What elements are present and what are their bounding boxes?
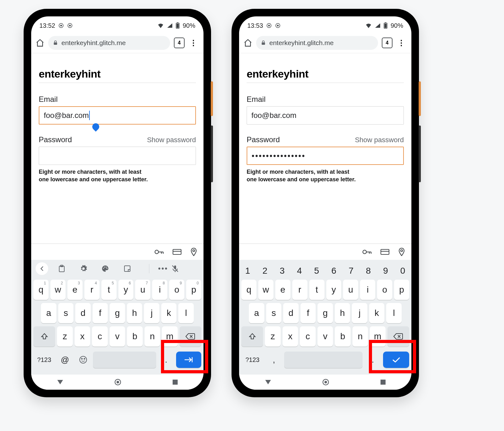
key-i[interactable]: i bbox=[360, 280, 375, 300]
key-q[interactable]: q bbox=[241, 280, 256, 300]
more-icon[interactable]: ••• bbox=[160, 265, 166, 273]
enter-key-done[interactable] bbox=[383, 352, 409, 368]
key-i[interactable]: i8 bbox=[152, 280, 167, 300]
key-b[interactable]: b bbox=[127, 326, 142, 347]
key-n[interactable]: n bbox=[145, 326, 160, 347]
home-icon[interactable] bbox=[243, 38, 252, 47]
nav-recents-icon[interactable] bbox=[380, 379, 386, 385]
power-button[interactable] bbox=[211, 81, 213, 116]
nav-home-icon[interactable] bbox=[114, 379, 121, 386]
tabs-button[interactable]: 4 bbox=[174, 38, 185, 48]
key-7[interactable]: 7 bbox=[343, 261, 359, 281]
key-o[interactable]: o bbox=[377, 280, 392, 300]
period-key[interactable]: . bbox=[364, 350, 381, 370]
key-r[interactable]: r bbox=[292, 280, 307, 300]
key-m[interactable]: m bbox=[162, 326, 177, 347]
key-y[interactable]: y6 bbox=[118, 280, 134, 300]
key-l[interactable]: l bbox=[386, 303, 402, 323]
password-field[interactable]: ••••••••••••••• bbox=[247, 147, 404, 165]
email-field[interactable]: foo@bar.com bbox=[247, 106, 404, 125]
key-h[interactable]: h bbox=[335, 303, 350, 323]
password-field[interactable] bbox=[39, 147, 196, 165]
key-n[interactable]: n bbox=[352, 326, 368, 347]
card-icon[interactable] bbox=[173, 248, 181, 255]
key-t[interactable]: t bbox=[309, 280, 324, 300]
caret-handle-icon[interactable] bbox=[91, 122, 100, 131]
gear-icon[interactable] bbox=[72, 265, 94, 272]
key-s[interactable]: s bbox=[266, 303, 282, 323]
tabs-button[interactable]: 4 bbox=[382, 38, 392, 48]
key-4[interactable]: 4 bbox=[292, 261, 307, 281]
key-m[interactable]: m bbox=[370, 326, 385, 347]
key-x[interactable]: x bbox=[283, 326, 298, 347]
key-j[interactable]: j bbox=[352, 303, 367, 323]
symbols-key[interactable]: ?123 bbox=[33, 350, 55, 370]
keyboard[interactable]: q1 w2 e3 r4 t5 y6 u7 i8 o9 p0 a s d f bbox=[31, 277, 203, 375]
shift-key[interactable] bbox=[33, 326, 55, 347]
nav-back-icon[interactable] bbox=[57, 379, 64, 385]
home-icon[interactable] bbox=[36, 38, 44, 47]
key-e[interactable]: e bbox=[275, 280, 290, 300]
key-0[interactable]: 0 bbox=[395, 261, 410, 281]
key-a[interactable]: a bbox=[41, 303, 56, 323]
key-3[interactable]: 3 bbox=[274, 261, 290, 281]
address-bar[interactable]: enterkeyhint.glitch.me bbox=[48, 36, 170, 50]
key-e[interactable]: e3 bbox=[67, 280, 83, 300]
location-icon[interactable] bbox=[398, 248, 405, 256]
keyboard-back-button[interactable] bbox=[33, 262, 51, 275]
key-k[interactable]: k bbox=[161, 303, 177, 323]
key-8[interactable]: 8 bbox=[361, 261, 376, 281]
space-key[interactable] bbox=[284, 352, 363, 368]
address-bar[interactable]: enterkeyhint.glitch.me bbox=[256, 36, 378, 50]
key-z[interactable]: z bbox=[265, 326, 280, 347]
key-f[interactable]: f bbox=[93, 303, 108, 323]
key-5[interactable]: 5 bbox=[309, 261, 324, 281]
key-d[interactable]: d bbox=[283, 303, 299, 323]
key-icon[interactable] bbox=[362, 248, 372, 255]
sticker-icon[interactable] bbox=[116, 265, 138, 272]
show-password-toggle[interactable]: Show password bbox=[355, 136, 404, 144]
card-icon[interactable] bbox=[381, 248, 389, 255]
menu-icon[interactable]: ⋮ bbox=[396, 38, 407, 47]
at-key[interactable]: @ bbox=[57, 350, 73, 370]
key-u[interactable]: u bbox=[343, 280, 358, 300]
key-p[interactable]: p0 bbox=[186, 280, 201, 300]
backspace-key[interactable] bbox=[180, 326, 201, 347]
palette-icon[interactable] bbox=[94, 265, 116, 272]
volume-button[interactable] bbox=[419, 125, 421, 182]
key-y[interactable]: y bbox=[326, 280, 341, 300]
key-q[interactable]: q1 bbox=[33, 280, 49, 300]
location-icon[interactable] bbox=[190, 248, 197, 256]
shift-key[interactable] bbox=[241, 326, 263, 347]
email-field[interactable]: foo@bar.com bbox=[39, 106, 196, 125]
clipboard-icon[interactable] bbox=[51, 265, 72, 272]
key-s[interactable]: s bbox=[58, 303, 74, 323]
key-p[interactable]: p bbox=[394, 280, 409, 300]
key-x[interactable]: x bbox=[75, 326, 90, 347]
key-t[interactable]: t5 bbox=[101, 280, 117, 300]
key-j[interactable]: j bbox=[144, 303, 159, 323]
mic-off-icon[interactable] bbox=[166, 265, 184, 272]
period-key[interactable]: . bbox=[158, 350, 174, 370]
key-a[interactable]: a bbox=[249, 303, 264, 323]
key-u[interactable]: u7 bbox=[135, 280, 150, 300]
key-1[interactable]: 1 bbox=[240, 261, 255, 281]
key-c[interactable]: c bbox=[92, 326, 107, 347]
key-2[interactable]: 2 bbox=[257, 261, 273, 281]
key-l[interactable]: l bbox=[178, 303, 194, 323]
key-z[interactable]: z bbox=[57, 326, 72, 347]
menu-icon[interactable]: ⋮ bbox=[188, 38, 199, 47]
space-key[interactable] bbox=[93, 352, 156, 368]
key-d[interactable]: d bbox=[75, 303, 91, 323]
enter-key-next[interactable] bbox=[176, 352, 201, 368]
volume-button[interactable] bbox=[211, 125, 213, 182]
key-g[interactable]: g bbox=[318, 303, 333, 323]
nav-home-icon[interactable] bbox=[322, 379, 329, 386]
key-icon[interactable] bbox=[154, 248, 164, 255]
key-c[interactable]: c bbox=[300, 326, 315, 347]
keyboard[interactable]: q w e r t y u i o p a s d f g bbox=[239, 277, 411, 375]
key-v[interactable]: v bbox=[110, 326, 125, 347]
key-6[interactable]: 6 bbox=[326, 261, 342, 281]
comma-key[interactable]: , bbox=[266, 350, 282, 370]
key-o[interactable]: o9 bbox=[169, 280, 184, 300]
